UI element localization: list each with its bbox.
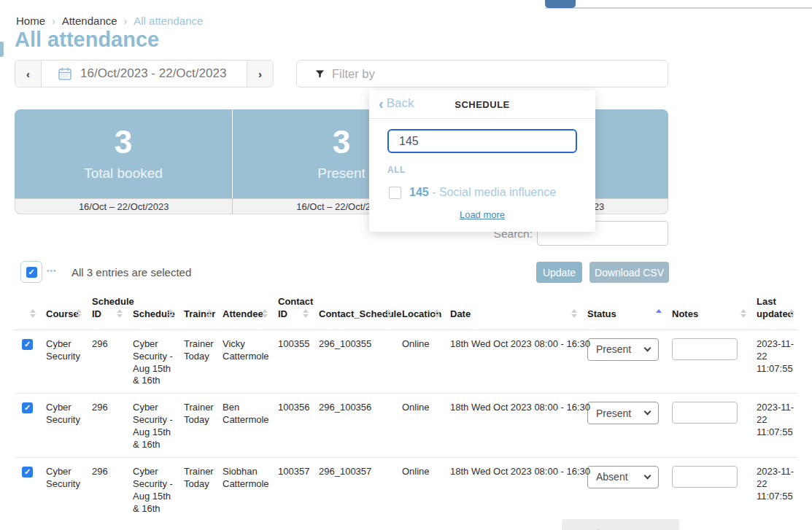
attendee-cell: Siobhan Cattermole: [215, 457, 271, 521]
breadcrumb-home[interactable]: Home: [16, 15, 45, 27]
contact_schedule-cell: 296_100355: [312, 330, 395, 394]
location-cell: Online: [395, 457, 443, 521]
chevron-right-icon: ›: [124, 15, 128, 27]
more-actions-icon[interactable]: •••: [47, 267, 57, 275]
chevron-down-icon: [644, 472, 651, 479]
pagination-previous-button[interactable]: Previous: [575, 527, 617, 530]
schedule-cell: Cyber Security - Aug 15th & 16th: [125, 330, 177, 394]
select-all-control[interactable]: ✓: [20, 261, 42, 283]
column-header-trainer[interactable]: Trainer: [177, 292, 215, 330]
column-header-date[interactable]: Date: [443, 292, 580, 330]
trainer-cell: Trainer Today: [177, 394, 215, 458]
notes-input[interactable]: [672, 338, 738, 360]
table-row: ✓Cyber Security296Cyber Security - Aug 1…: [15, 330, 797, 394]
schedule_id-cell: 296: [85, 457, 125, 521]
attendee-cell: Vicky Cattermole: [215, 330, 271, 394]
calendar-icon: [58, 66, 72, 81]
top-scrollbar-track: [545, 7, 812, 9]
sort-arrows-icon[interactable]: [656, 309, 662, 318]
sort-arrows-icon[interactable]: [206, 309, 212, 318]
schedule-cell: Cyber Security - Aug 15th & 16th: [125, 457, 177, 521]
row-select-checkbox[interactable]: ✓: [22, 467, 33, 478]
sort-arrows-icon[interactable]: [434, 309, 440, 318]
last_updated-cell: 2023-11-22 11:07:55: [749, 394, 797, 458]
table-row: ✓Cyber Security296Cyber Security - Aug 1…: [15, 457, 797, 521]
row-select-checkbox[interactable]: ✓: [22, 402, 33, 413]
sort-arrows-icon[interactable]: [571, 309, 577, 318]
date-cell: 18th Wed Oct 2023 08:00 - 16:30: [443, 394, 580, 458]
top-scrollbar-thumb[interactable]: [545, 0, 576, 8]
sort-arrows-icon[interactable]: [117, 309, 123, 318]
last_updated-cell: 2023-11-22 11:07:55: [749, 457, 797, 521]
select-all-checkbox[interactable]: ✓: [26, 267, 37, 278]
popup-title: SCHEDULE: [369, 99, 595, 110]
sort-arrows-icon[interactable]: [303, 309, 309, 318]
sort-arrows-icon[interactable]: [30, 309, 36, 318]
schedule-filter-popup: ‹ Back SCHEDULE ALL 145 - Social media i…: [369, 90, 595, 232]
column-header-status[interactable]: Status: [580, 292, 665, 330]
sort-arrows-icon[interactable]: [262, 309, 268, 318]
column-header-contact_id[interactable]: Contact ID: [271, 292, 312, 330]
group-label: ALL: [387, 165, 595, 175]
notes-input[interactable]: [672, 466, 738, 488]
date-range-picker: ‹ 16/Oct/2023 - 22/Oct/2023 ›: [15, 60, 274, 87]
table-row: ✓Cyber Security296Cyber Security - Aug 1…: [15, 394, 797, 458]
stat-value: 3: [115, 126, 132, 158]
chevron-down-icon: [644, 408, 651, 416]
row-select-checkbox[interactable]: ✓: [22, 339, 33, 350]
page-title: All attendance: [15, 28, 159, 52]
stat-label: Present: [317, 165, 365, 182]
schedule-option[interactable]: 145 - Social media influence: [389, 186, 595, 199]
breadcrumb-attendance[interactable]: Attendance: [62, 15, 117, 27]
column-header-schedule[interactable]: Schedule: [125, 292, 177, 330]
stat-card: 3Total booked: [15, 109, 232, 198]
pagination-next-button[interactable]: Next: [642, 527, 665, 530]
contact_id-cell: 100357: [271, 457, 312, 521]
schedule_id-cell: 296: [85, 330, 125, 394]
breadcrumb-current: All attendance: [134, 15, 203, 27]
column-header-last_updated[interactable]: Last updated: [749, 292, 797, 330]
selection-status-text: All 3 entries are selected: [71, 266, 191, 278]
schedule-option-name: - Social media influence: [432, 186, 556, 198]
sort-arrows-icon[interactable]: [386, 309, 392, 318]
trainer-cell: Trainer Today: [177, 330, 215, 394]
column-header-course[interactable]: Course: [39, 292, 85, 330]
filter-input[interactable]: Filter by: [296, 60, 668, 87]
left-edge-accent: [0, 42, 4, 57]
notes-input[interactable]: [672, 402, 738, 424]
date-range-value: 16/Oct/2023 - 22/Oct/2023: [80, 66, 226, 81]
column-header-contact_schedule[interactable]: Contact_Schedule: [312, 292, 395, 330]
chevron-down-icon: [644, 344, 651, 351]
breadcrumb: Home › Attendance › All attendance: [16, 15, 203, 27]
sort-arrows-icon[interactable]: [76, 309, 82, 318]
sort-arrows-icon[interactable]: [789, 309, 794, 318]
attendee-cell: Ben Cattermole: [215, 394, 271, 458]
column-header-location[interactable]: Location: [395, 292, 443, 330]
attendance-table: CourseSchedule IDScheduleTrainerAttendee…: [15, 292, 797, 521]
next-week-button[interactable]: ›: [247, 61, 273, 87]
column-header-select[interactable]: [15, 292, 39, 330]
stat-period: 16/Oct – 22/Oct/2023: [15, 199, 232, 214]
update-button[interactable]: Update: [536, 262, 582, 283]
sort-arrows-icon[interactable]: [741, 309, 746, 318]
sort-arrows-icon[interactable]: [168, 309, 174, 318]
download-csv-button[interactable]: Download CSV: [589, 262, 669, 283]
status-select[interactable]: Present: [587, 338, 659, 361]
date-range-display[interactable]: 16/Oct/2023 - 22/Oct/2023: [42, 61, 247, 87]
status-select[interactable]: Absent: [587, 466, 659, 488]
date-cell: 18th Wed Oct 2023 08:00 - 16:30: [443, 457, 580, 521]
column-header-schedule_id[interactable]: Schedule ID: [85, 292, 125, 330]
prev-week-button[interactable]: ‹: [15, 61, 42, 87]
column-header-attendee[interactable]: Attendee: [215, 292, 271, 330]
schedule-search-input[interactable]: [387, 129, 577, 153]
status-select[interactable]: Present: [587, 402, 659, 424]
filter-placeholder: Filter by: [332, 67, 375, 81]
schedule-option-checkbox[interactable]: [389, 187, 401, 199]
trainer-cell: Trainer Today: [177, 457, 215, 521]
schedule-cell: Cyber Security - Aug 15th & 16th: [125, 394, 177, 458]
course-cell: Cyber Security: [39, 330, 85, 394]
date-cell: 18th Wed Oct 2023 08:00 - 16:30: [443, 330, 580, 394]
load-more-link[interactable]: Load more: [369, 209, 595, 220]
column-header-notes[interactable]: Notes: [665, 292, 749, 330]
location-cell: Online: [395, 394, 443, 458]
